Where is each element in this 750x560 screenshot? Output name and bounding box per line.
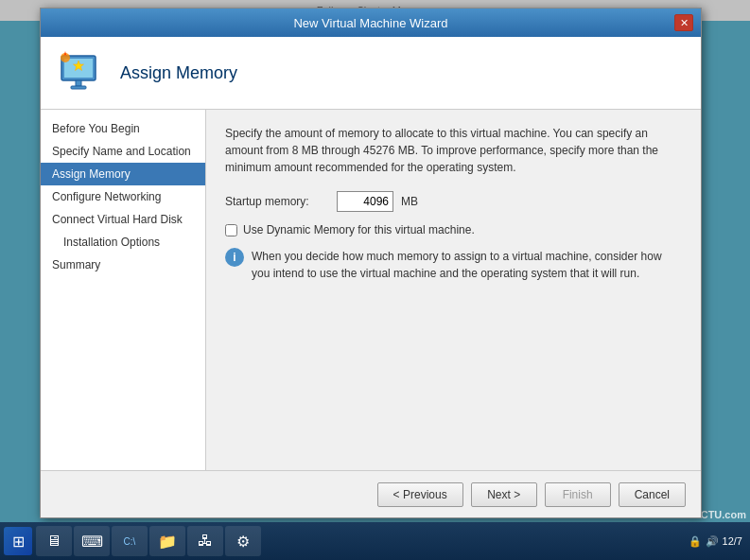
next-button[interactable]: Next > <box>471 482 537 507</box>
wizard-sidebar: Before You Begin Specify Name and Locati… <box>41 110 206 470</box>
startup-memory-input[interactable] <box>337 191 393 212</box>
taskbar-item-cmd[interactable]: C:\ <box>112 526 148 556</box>
dialog-titlebar: New Virtual Machine Wizard ✕ <box>41 9 701 37</box>
wizard-header-icon <box>56 48 105 97</box>
sidebar-item-configure-networking[interactable]: Configure Networking <box>41 185 205 208</box>
sidebar-item-specify-name[interactable]: Specify Name and Location <box>41 140 205 163</box>
sidebar-item-assign-memory[interactable]: Assign Memory <box>41 163 205 185</box>
sidebar-item-installation-options[interactable]: Installation Options <box>41 231 205 254</box>
tray-network-icon: 🔒 <box>689 535 702 548</box>
dynamic-memory-checkbox[interactable] <box>225 224 237 236</box>
taskbar-item-folder[interactable]: 📁 <box>149 526 185 556</box>
previous-button[interactable]: < Previous <box>377 482 463 507</box>
info-text: When you decide how much memory to assig… <box>252 248 682 282</box>
memory-unit: MB <box>401 195 418 208</box>
info-box: i When you decide how much memory to ass… <box>225 248 682 282</box>
dialog-footer: < Previous Next > Finish Cancel <box>41 470 701 517</box>
wizard-content: Specify the amount of memory to allocate… <box>206 110 701 470</box>
taskbar-items: 🖥 ⌨ C:\ 📁 🖧 ⚙ <box>36 526 689 556</box>
taskbar: ⊞ 🖥 ⌨ C:\ 📁 🖧 ⚙ 🔒 🔊 12/7 <box>0 522 750 560</box>
dynamic-memory-row: Use Dynamic Memory for this virtual mach… <box>225 223 682 236</box>
tray-volume-icon: 🔊 <box>706 535 719 548</box>
startup-memory-row: Startup memory: MB <box>225 191 682 212</box>
page-title: Assign Memory <box>120 63 237 83</box>
taskbar-item-settings[interactable]: ⚙ <box>225 526 261 556</box>
sidebar-item-connect-vhd[interactable]: Connect Virtual Hard Disk <box>41 208 205 231</box>
sidebar-item-summary[interactable]: Summary <box>41 254 205 276</box>
taskbar-item-explorer[interactable]: 🖥 <box>36 526 72 556</box>
wizard-header: Assign Memory <box>41 37 701 110</box>
taskbar-item-network[interactable]: 🖧 <box>187 526 223 556</box>
sidebar-item-before-you-begin[interactable]: Before You Begin <box>41 117 205 140</box>
description-text: Specify the amount of memory to allocate… <box>225 125 682 176</box>
svg-rect-4 <box>71 86 86 89</box>
taskbar-tray: 🔒 🔊 12/7 <box>689 535 746 548</box>
taskbar-item-powershell[interactable]: ⌨ <box>74 526 110 556</box>
start-button[interactable]: ⊞ <box>4 527 32 555</box>
info-icon: i <box>225 248 244 267</box>
wizard-dialog: New Virtual Machine Wizard ✕ Assign Memo… <box>40 8 702 518</box>
dialog-controls: ✕ <box>674 14 693 31</box>
dialog-body: Before You Begin Specify Name and Locati… <box>41 110 701 470</box>
close-button[interactable]: ✕ <box>674 14 693 31</box>
svg-rect-3 <box>76 80 81 86</box>
startup-memory-label: Startup memory: <box>225 195 329 208</box>
finish-button[interactable]: Finish <box>545 482 611 507</box>
dynamic-memory-label[interactable]: Use Dynamic Memory for this virtual mach… <box>243 223 475 236</box>
cancel-button[interactable]: Cancel <box>619 482 686 507</box>
tray-time: 12/7 <box>723 535 742 547</box>
dialog-title: New Virtual Machine Wizard <box>67 16 674 30</box>
